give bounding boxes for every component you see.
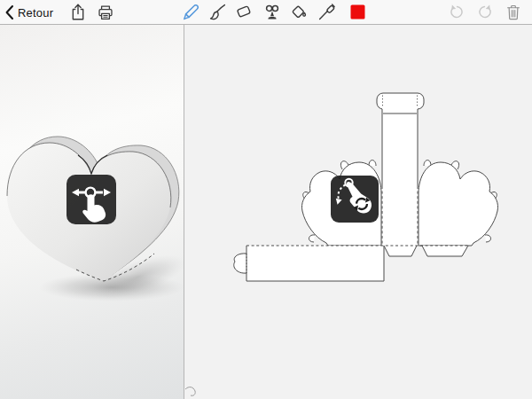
undo-button[interactable] (447, 2, 466, 23)
template-bottom-strip (234, 246, 384, 281)
redo-button[interactable] (475, 2, 495, 23)
color-swatch[interactable] (350, 4, 365, 20)
panel-divider (184, 25, 184, 399)
color-swatch-icon (350, 4, 365, 20)
share-icon (68, 3, 88, 22)
print-button[interactable] (94, 2, 117, 23)
template-flap-1 (384, 246, 417, 256)
template-2d-canvas[interactable] (184, 25, 532, 399)
print-icon (96, 3, 115, 22)
swipe-horizontal-gesture-icon (66, 175, 116, 224)
template-flap-2 (422, 246, 468, 256)
brush-icon (207, 2, 228, 23)
page-curl (185, 387, 195, 396)
trash-icon (504, 3, 523, 22)
heart-3d-preview (0, 25, 184, 399)
template-right-heart (419, 160, 498, 246)
app-window: Retour (0, 0, 532, 399)
eyedropper-tool-button[interactable] (315, 2, 338, 23)
redo-icon (475, 3, 495, 22)
toolbar: Retour (0, 0, 532, 25)
chevron-left-icon (4, 4, 15, 20)
paint-bucket-icon (288, 2, 309, 23)
preview-3d-canvas[interactable] (0, 25, 184, 399)
back-button[interactable]: Retour (4, 2, 53, 23)
brush-tool-button[interactable] (206, 2, 229, 23)
stamp-tool-button[interactable] (261, 2, 284, 23)
fill-tool-button[interactable] (287, 2, 310, 23)
eraser-icon (232, 2, 254, 23)
groucho-glasses-icon (262, 2, 283, 23)
undo-icon (447, 3, 466, 22)
eraser-tool-button[interactable] (231, 2, 254, 23)
rotate-gesture-icon (331, 176, 379, 223)
trash-button[interactable] (504, 2, 523, 23)
pencil-icon (180, 2, 201, 23)
share-button[interactable] (66, 2, 90, 23)
heart-template-drawing (184, 25, 532, 399)
template-strip-body (382, 108, 418, 246)
back-label: Retour (18, 6, 53, 20)
eyedropper-icon (316, 2, 337, 23)
pencil-tool-button[interactable] (179, 2, 202, 23)
